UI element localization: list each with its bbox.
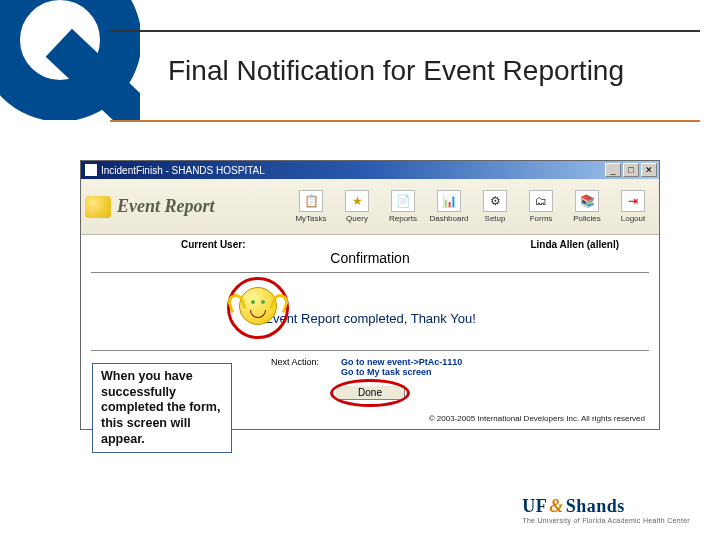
smiley-icon: [239, 287, 277, 325]
next-actions: Next Action:Go to new event->PtAc-1110 G…: [271, 357, 659, 377]
minimize-button[interactable]: _: [605, 163, 621, 177]
brand-tagline: The University of Florida Academic Healt…: [522, 517, 690, 524]
mytasks-label: MyTasks: [295, 214, 326, 223]
logout-button[interactable]: ⇥Logout: [611, 183, 655, 231]
divider-top: [110, 30, 700, 32]
forms-label: Forms: [530, 214, 553, 223]
forms-icon: 🗂: [529, 190, 553, 212]
policies-icon: 📚: [575, 190, 599, 212]
message-area: Event Report completed, Thank You!: [91, 279, 649, 351]
logout-icon: ⇥: [621, 190, 645, 212]
slide: Final Notification for Event Reporting I…: [0, 0, 720, 540]
query-button[interactable]: ★Query: [335, 183, 379, 231]
divider: [91, 272, 649, 273]
mytasks-button[interactable]: 📋MyTasks: [289, 183, 333, 231]
setup-icon: ⚙: [483, 190, 507, 212]
dashboard-icon: 📊: [437, 190, 461, 212]
next-action-link-mytasks[interactable]: Go to My task screen: [341, 367, 432, 377]
window-title: IncidentFinish - SHANDS HOSPITAL: [101, 165, 265, 176]
app-window-icon: [85, 164, 97, 176]
annotation-callout: When you have successfully completed the…: [92, 363, 232, 453]
brand-uf: UF: [522, 496, 547, 516]
done-button[interactable]: Done: [335, 385, 405, 400]
close-button[interactable]: ✕: [641, 163, 657, 177]
window-titlebar: IncidentFinish - SHANDS HOSPITAL _ □ ✕: [81, 161, 659, 179]
app-title: Event Report: [117, 196, 215, 217]
slide-title: Final Notification for Event Reporting: [168, 55, 624, 87]
reports-icon: 📄: [391, 190, 415, 212]
query-label: Query: [346, 214, 368, 223]
app-logo-icon: [85, 196, 111, 218]
thank-you-text: Event Report completed, Thank You!: [91, 311, 649, 326]
current-user-value: Linda Allen (allenl): [530, 239, 619, 250]
brand-amp: &: [549, 496, 564, 516]
brand-shands: Shands: [566, 496, 625, 516]
reports-button[interactable]: 📄Reports: [381, 183, 425, 231]
maximize-button[interactable]: □: [623, 163, 639, 177]
copyright-text: © 2003-2005 International Developers Inc…: [429, 414, 645, 423]
policies-button[interactable]: 📚Policies: [565, 183, 609, 231]
footer-logo: UF&Shands The University of Florida Acad…: [522, 496, 690, 524]
policies-label: Policies: [573, 214, 601, 223]
dashboard-label: Dashboard: [429, 214, 468, 223]
reports-label: Reports: [389, 214, 417, 223]
next-action-label: Next Action:: [271, 357, 341, 367]
confirmation-heading: Confirmation: [81, 250, 659, 266]
mytasks-icon: 📋: [299, 190, 323, 212]
setup-button[interactable]: ⚙Setup: [473, 183, 517, 231]
dashboard-button[interactable]: 📊Dashboard: [427, 183, 471, 231]
divider-accent: [110, 120, 700, 122]
forms-button[interactable]: 🗂Forms: [519, 183, 563, 231]
current-user-label: Current User:: [181, 239, 245, 250]
query-icon: ★: [345, 190, 369, 212]
logout-label: Logout: [621, 214, 645, 223]
next-action-link-new-event[interactable]: Go to new event->PtAc-1110: [341, 357, 462, 367]
toolbar: Event Report 📋MyTasks ★Query 📄Reports 📊D…: [81, 179, 659, 235]
q-logo-icon: [0, 0, 140, 120]
setup-label: Setup: [485, 214, 506, 223]
